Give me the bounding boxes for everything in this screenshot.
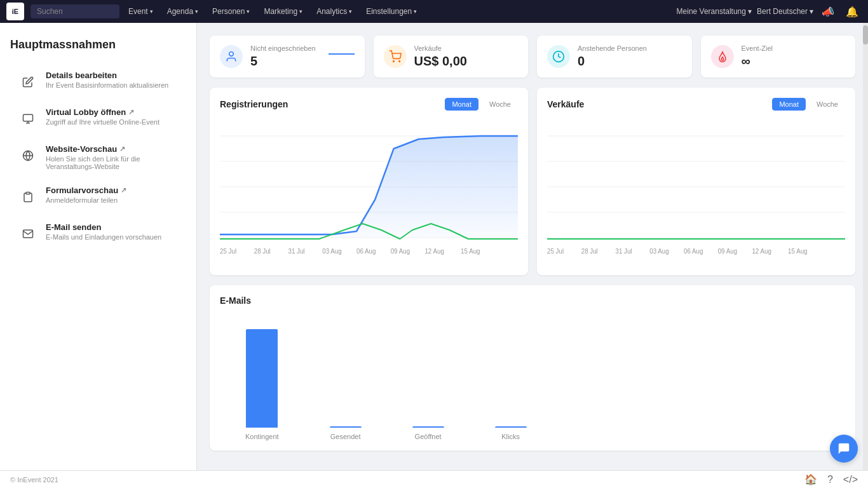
svg-text:28 Jul: 28 Jul [581, 248, 598, 255]
chevron-down-icon: ▾ [150, 8, 153, 15]
sidebar-item-sub-email: E-Mails und Einladungen vorschauen [46, 233, 161, 241]
external-link-icon: ↗ [119, 145, 125, 153]
svg-text:09 Aug: 09 Aug [718, 248, 737, 255]
clock-icon [547, 45, 570, 68]
cart-icon [384, 45, 407, 68]
external-link-icon: ↗ [128, 108, 134, 116]
sidebar-item-website[interactable]: Website-Vorschau ↗ Holen Sie sich den Li… [10, 138, 186, 177]
search-input[interactable] [31, 4, 119, 18]
sales-chart-card: Verkäufe Monat Woche [537, 88, 855, 275]
nav-agenda[interactable]: Agenda ▾ [161, 3, 205, 20]
email-chart-card: E-Mails Kontingent Gesendet Geöffnet [210, 285, 855, 451]
chevron-down-icon: ▾ [247, 8, 250, 15]
svg-point-7 [393, 61, 394, 62]
svg-rect-0 [24, 114, 33, 121]
stat-label-sales: Verkäufe [414, 44, 467, 52]
chat-button[interactable] [830, 435, 858, 463]
fire-icon [711, 45, 734, 68]
registrations-chart-svg-wrap: 25 Jul 28 Jul 31 Jul 03 Aug 06 Aug 09 Au… [220, 117, 518, 265]
bar-label-geoeffnet: Geöffnet [415, 433, 442, 440]
stat-label-pending: Anstehende Personen [578, 44, 647, 52]
bar-col-geoeffnet: Geöffnet [412, 426, 444, 440]
sales-toggle-week[interactable]: Woche [810, 98, 845, 111]
registrations-toggle-week[interactable]: Woche [482, 98, 518, 111]
stat-label-event-goal: Event-Ziel [742, 44, 773, 52]
globe-icon [18, 146, 38, 166]
stat-line [329, 53, 355, 55]
bar-col-klicks: Klicks [495, 426, 527, 440]
sidebar-item-virtual-lobby[interactable]: Virtual Lobby öffnen ↗ Zugriff auf Ihre … [10, 101, 186, 135]
nav-user[interactable]: Bert Deutscher ▾ [757, 7, 813, 16]
nav-analytics[interactable]: Analytics ▾ [310, 3, 358, 20]
svg-text:06 Aug: 06 Aug [356, 248, 376, 255]
nav-my-event[interactable]: Meine Veranstaltung ▾ [677, 7, 752, 16]
bar-col-gesendet: Gesendet [330, 426, 362, 440]
svg-text:06 Aug: 06 Aug [684, 248, 703, 255]
scrollbar-track [863, 23, 868, 470]
registrations-svg: 25 Jul 28 Jul 31 Jul 03 Aug 06 Aug 09 Au… [220, 117, 518, 263]
sidebar-item-label-form: Formularvorschau ↗ [46, 186, 126, 195]
email-chart-title: E-Mails [220, 295, 845, 306]
stat-value-sales: US$ 0,00 [414, 54, 467, 69]
sidebar-item-form[interactable]: Formularvorschau ↗ Anmeldeformular teile… [10, 179, 186, 214]
chevron-down-icon: ▾ [414, 8, 417, 15]
scrollbar-thumb[interactable] [863, 25, 868, 44]
sales-svg: 25 Jul 28 Jul 31 Jul 03 Aug 06 Aug 09 Au… [547, 117, 845, 263]
person-icon [220, 45, 243, 68]
svg-rect-5 [26, 193, 30, 194]
svg-text:12 Aug: 12 Aug [752, 248, 771, 255]
navbar: iE Event ▾ Agenda ▾ Personen ▾ Marketing… [0, 0, 868, 23]
email-bar-chart: Kontingent Gesendet Geöffnet Klicks [220, 313, 845, 440]
sidebar-item-label-virtual-lobby: Virtual Lobby öffnen ↗ [46, 107, 159, 117]
sidebar-item-label-details: Details bearbeiten [46, 71, 168, 80]
stat-value-event-goal: ∞ [742, 54, 773, 69]
stat-value-pending: 0 [578, 54, 647, 69]
svg-text:03 Aug: 03 Aug [322, 248, 341, 255]
bar-label-klicks: Klicks [501, 433, 520, 440]
sidebar-item-details[interactable]: Details bearbeiten Ihr Event Basisinform… [10, 64, 186, 98]
nav-event[interactable]: Event ▾ [122, 3, 159, 20]
stat-card-sales: Verkäufe US$ 0,00 [374, 36, 529, 78]
notification-icon[interactable]: 📣 [818, 4, 837, 19]
nav-right: Meine Veranstaltung ▾ Bert Deutscher ▾ 📣… [677, 4, 862, 19]
app-logo[interactable]: iE [6, 3, 24, 20]
registrations-chart-toggle: Monat Woche [445, 98, 518, 111]
bell-icon[interactable]: 🔔 [843, 4, 862, 19]
svg-text:15 Aug: 15 Aug [788, 248, 807, 255]
svg-text:25 Jul: 25 Jul [220, 248, 236, 255]
nav-menu: Event ▾ Agenda ▾ Personen ▾ Marketing ▾ … [122, 3, 674, 20]
bar-col-kontingent: Kontingent [245, 329, 279, 440]
chevron-down-icon: ▾ [299, 8, 302, 15]
mail-icon [18, 224, 38, 244]
sales-chart-title: Verkäufe [547, 99, 584, 109]
nav-marketing[interactable]: Marketing ▾ [257, 3, 309, 20]
sidebar-item-sub-form: Anmeldeformular teilen [46, 196, 126, 204]
chevron-down-icon: ▾ [349, 8, 352, 15]
sales-toggle-month[interactable]: Monat [772, 98, 806, 111]
nav-einstellungen[interactable]: Einstellungen ▾ [360, 3, 423, 20]
logo-text: iE [12, 8, 18, 15]
bar-kontingent [246, 329, 278, 428]
bar-klicks [495, 426, 527, 428]
svg-text:28 Jul: 28 Jul [254, 248, 271, 255]
page-wrap: Hauptmassnahmen Details bearbeiten Ihr E… [0, 23, 868, 470]
charts-row: Registrierungen Monat Woche [210, 88, 855, 275]
svg-text:15 Aug: 15 Aug [461, 248, 480, 255]
nav-personen[interactable]: Personen ▾ [206, 3, 256, 20]
svg-text:31 Jul: 31 Jul [288, 248, 304, 255]
registrations-chart-card: Registrierungen Monat Woche [210, 88, 528, 275]
monitor-icon [18, 109, 38, 129]
pencil-icon [18, 72, 38, 92]
chevron-down-icon: ▾ [810, 7, 813, 16]
external-link-icon: ↗ [121, 186, 126, 194]
chevron-down-icon: ▾ [748, 7, 752, 16]
main-content: Nicht eingeschrieben 5 Verkäufe US$ 0,00 [197, 23, 868, 470]
svg-text:31 Jul: 31 Jul [615, 248, 632, 255]
stat-cards: Nicht eingeschrieben 5 Verkäufe US$ 0,00 [210, 36, 855, 78]
sidebar-title: Hauptmassnahmen [10, 38, 186, 51]
sidebar-item-email[interactable]: E-Mail senden E-Mails und Einladungen vo… [10, 216, 186, 250]
bar-label-gesendet: Gesendet [330, 433, 361, 440]
stat-card-event-goal: Event-Ziel ∞ [701, 36, 856, 78]
svg-point-8 [398, 61, 400, 62]
registrations-toggle-month[interactable]: Monat [445, 98, 478, 111]
